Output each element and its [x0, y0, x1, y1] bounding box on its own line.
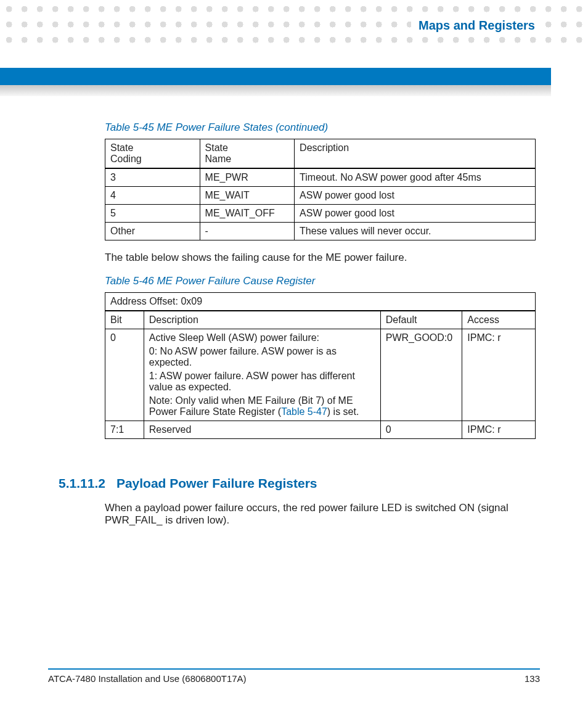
cell-desc: Timeout. No ASW power good after 45ms [295, 168, 536, 187]
col-header-description: Description [295, 139, 536, 169]
cell-coding: Other [105, 223, 200, 240]
cell-bit: 0 [105, 329, 144, 421]
col-header-description: Description [144, 311, 380, 329]
cell-desc: ASW power good lost [295, 187, 536, 205]
header-grey-gradient [0, 85, 551, 96]
cell-coding: 5 [105, 205, 200, 223]
cell-name: ME_PWR [200, 168, 295, 187]
section-title: Payload Power Failure Registers [116, 476, 317, 491]
col-header-access: Access [462, 311, 536, 329]
table-row: 3 ME_PWR Timeout. No ASW power good afte… [105, 168, 536, 187]
col-header-state-name: StateName [200, 139, 295, 169]
section-heading: 5.1.11.2 Payload Power Failure Registers [59, 476, 536, 491]
cell-name: - [200, 223, 295, 240]
page-footer: ATCA-7480 Installation and Use (6806800T… [48, 668, 540, 684]
section-number: 5.1.11.2 [59, 476, 105, 491]
table-row: 7:1 Reserved 0 IPMC: r [105, 421, 536, 439]
cell-access: IPMC: r [462, 421, 536, 439]
table-row: 5 ME_WAIT_OFF ASW power good lost [105, 205, 536, 223]
cell-description: Reserved [144, 421, 380, 439]
table-header-row: StateCoding StateName Description [105, 139, 536, 169]
cell-default: PWR_GOOD:0 [380, 329, 462, 421]
col-header-default: Default [380, 311, 462, 329]
cell-name: ME_WAIT_OFF [200, 205, 295, 223]
table-5-45-caption: Table 5-45 ME Power Failure States (cont… [105, 121, 536, 134]
table-header-row: Bit Description Default Access [105, 311, 536, 329]
table-row: 4 ME_WAIT ASW power good lost [105, 187, 536, 205]
table-row: 0 Active Sleep Well (ASW) power failure:… [105, 329, 536, 421]
header-blue-bar [0, 68, 551, 85]
col-header-bit: Bit [105, 311, 144, 329]
cell-bit: 7:1 [105, 421, 144, 439]
cell-desc: These values will never occur. [295, 223, 536, 240]
cell-default: 0 [380, 421, 462, 439]
col-header-state-coding: StateCoding [105, 139, 200, 169]
table-5-45: StateCoding StateName Description 3 ME_P… [105, 139, 536, 240]
cell-coding: 4 [105, 187, 200, 205]
table-row: Other - These values will never occur. [105, 223, 536, 240]
cell-access: IPMC: r [462, 329, 536, 421]
table-5-46: Address Offset: 0x09 Bit Description Def… [105, 292, 536, 439]
table-address-row: Address Offset: 0x09 [105, 293, 536, 311]
cell-description: Active Sleep Well (ASW) power failure: 0… [144, 329, 380, 421]
cross-ref-link[interactable]: Table 5-47 [281, 406, 327, 417]
footer-page-number: 133 [525, 673, 540, 684]
page-header-title: Maps and Registers [411, 17, 542, 34]
paragraph: When a payload power failure occurs, the… [105, 502, 536, 527]
cell-name: ME_WAIT [200, 187, 295, 205]
address-offset: Address Offset: 0x09 [105, 293, 536, 311]
cell-desc: ASW power good lost [295, 205, 536, 223]
table-5-46-caption: Table 5-46 ME Power Failure Cause Regist… [105, 275, 536, 287]
footer-doc-title: ATCA-7480 Installation and Use (6806800T… [48, 673, 247, 684]
cell-coding: 3 [105, 168, 200, 187]
page-content: Table 5-45 ME Power Failure States (cont… [105, 114, 536, 538]
paragraph: The table below shows the failing cause … [105, 252, 536, 264]
